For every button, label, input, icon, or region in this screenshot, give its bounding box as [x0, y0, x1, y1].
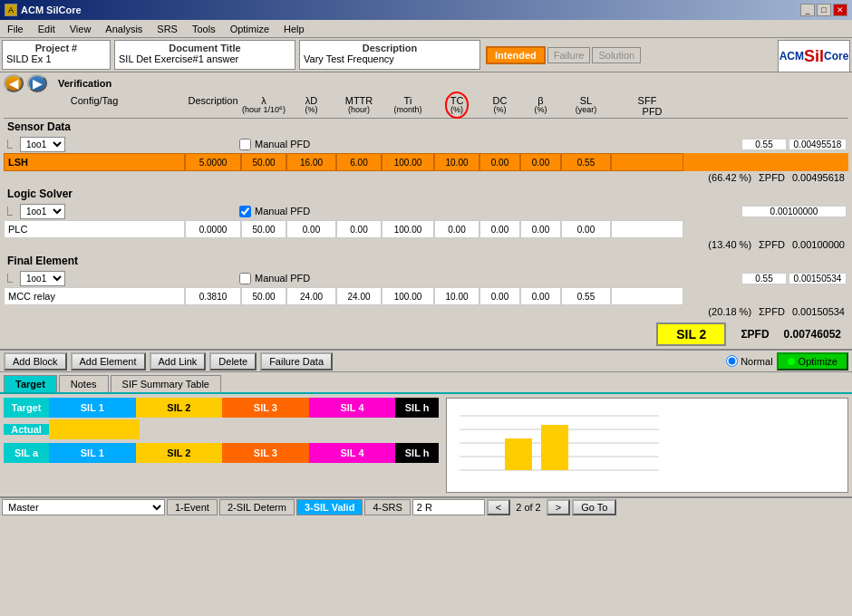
delete-button[interactable]: Delete [209, 352, 257, 371]
sensor-data-row[interactable]: LSH 5.0000 50.00 16.00 6.00 100.00 10.00… [4, 153, 848, 171]
solution-tab[interactable]: Solution [592, 47, 641, 63]
final-data-row[interactable]: MCC relay 0.3810 50.00 24.00 24.00 100.0… [4, 287, 848, 305]
sil-result-row: SIL 2 ΣPFD 0.00746052 [4, 320, 848, 349]
status-input[interactable]: 2 R [412, 499, 485, 515]
final-manual-pfd-checkbox[interactable] [239, 273, 251, 284]
sil1-seg: SIL 1 [49, 398, 136, 418]
actual-bar [49, 419, 140, 439]
logic-title: Logic Solver [4, 186, 848, 202]
sila-label: SIL a [4, 443, 49, 463]
sensor-sff: 0.55 [741, 139, 787, 150]
col-tc: TC (%) [434, 95, 479, 117]
sila-silh: SIL h [395, 443, 439, 463]
silh-seg: SIL h [395, 398, 439, 418]
col-lambda-d: λD(%) [286, 95, 336, 117]
failure-data-button[interactable]: Failure Data [260, 352, 333, 371]
col-ti: Ti(month) [382, 95, 434, 117]
sensor-config-row: 1oo1 Manual PFD 0.55 0.00495518 [4, 135, 848, 153]
logic-config-dropdown[interactable]: 1oo1 [20, 204, 65, 219]
menu-tools[interactable]: Tools [189, 23, 219, 35]
logic-ti: 0.00 [336, 220, 382, 238]
tab-3-sil-valid[interactable]: 3-SIL Valid [296, 499, 363, 515]
logic-sigma-row: (13.40 %) ΣPFD 0.00100000 [4, 238, 848, 251]
goto-button[interactable]: Go To [572, 499, 616, 515]
window-title: ACM SilCore [21, 5, 82, 15]
logic-percent: (13.40 %) [708, 239, 751, 250]
menu-edit[interactable]: Edit [34, 23, 59, 35]
logic-config-row: 1oo1 Manual PFD 0.00100000 [4, 202, 848, 220]
column-headers: Config/Tag Description λ(hour 1/10⁶) λD(… [4, 94, 848, 119]
sensor-sigma-value: 0.00495618 [792, 172, 845, 183]
menu-view[interactable]: View [66, 23, 95, 35]
final-sl: 0.00 [520, 287, 561, 305]
forward-button[interactable]: ▶ [27, 74, 47, 92]
final-pfd: 0.00150534 [789, 273, 847, 284]
close-button[interactable]: ✕ [833, 4, 847, 16]
tab-notes[interactable]: Notes [59, 375, 109, 392]
sila-row: SIL a SIL 1 SIL 2 SIL 3 SIL 4 SIL h [4, 443, 439, 463]
failure-tab[interactable]: Failure [547, 47, 591, 63]
add-link-button[interactable]: Add Link [150, 352, 207, 371]
minimize-button[interactable]: _ [800, 4, 815, 16]
master-dropdown[interactable]: Master [2, 499, 165, 515]
svg-rect-6 [541, 425, 568, 470]
tab-sif-summary[interactable]: SIF Summary Table [111, 375, 221, 392]
nav-right-button[interactable]: > [547, 499, 570, 515]
sila-sil4: SIL 4 [309, 443, 396, 463]
svg-rect-5 [505, 438, 532, 470]
tab-1-event[interactable]: 1-Event [167, 499, 218, 515]
logic-lambdad: 50.00 [241, 220, 286, 238]
title-bar: A ACM SilCore _ □ ✕ [0, 0, 852, 20]
project-value: SILD Ex 1 [6, 53, 106, 64]
sensor-sigma-label: ΣPFD [759, 172, 785, 183]
doc-title-value: SIL Det Exercise#1 answer [119, 53, 291, 64]
sil4-seg: SIL 4 [309, 398, 396, 418]
tab-2-sil-determ[interactable]: 2-SIL Determ [219, 499, 295, 515]
sensor-sl: 0.00 [520, 153, 561, 171]
sila-sil2: SIL 2 [136, 443, 223, 463]
sensor-tc: 100.00 [382, 153, 434, 171]
tab-4-srs[interactable]: 4-SRS [364, 499, 410, 515]
menu-help[interactable]: Help [280, 23, 308, 35]
acm-logo: ACMSilCore [778, 40, 850, 72]
menu-file[interactable]: File [4, 23, 27, 35]
logic-manual-pfd-checkbox[interactable] [239, 206, 251, 217]
sensor-config-dropdown[interactable]: 1oo1 [20, 137, 65, 152]
bottom-toolbar: Add Block Add Element Add Link Delete Fa… [0, 349, 852, 372]
sila-bars: SIL 1 SIL 2 SIL 3 SIL 4 SIL h [49, 443, 439, 463]
main-content: Config/Tag Description λ(hour 1/10⁶) λD(… [0, 94, 852, 349]
nav-row: ◀ ▶ Verification [0, 72, 852, 94]
intended-badge[interactable]: Intended [486, 46, 546, 64]
logic-beta: 0.00 [479, 220, 520, 238]
maximize-button[interactable]: □ [817, 4, 831, 16]
sila-sil1: SIL 1 [49, 443, 136, 463]
menu-analysis[interactable]: Analysis [102, 23, 146, 35]
nav-left-button[interactable]: < [487, 499, 510, 515]
menu-bar: File Edit View Analysis SRS Tools Optimi… [0, 20, 852, 38]
tab-target[interactable]: Target [4, 375, 57, 392]
sensor-mttr: 16.00 [286, 153, 336, 171]
sensor-sigma-row: (66.42 %) ΣPFD 0.00495618 [4, 171, 848, 184]
final-sigma-label: ΣPFD [759, 306, 785, 317]
add-element-button[interactable]: Add Element [71, 352, 146, 371]
add-block-button[interactable]: Add Block [4, 352, 67, 371]
target-row: Target SIL 1 SIL 2 SIL 3 SIL 4 SIL h [4, 398, 439, 418]
logic-dc: 0.00 [434, 220, 479, 238]
logic-sigma-label: ΣPFD [759, 239, 785, 250]
normal-radio[interactable] [726, 355, 738, 367]
back-button[interactable]: ◀ [4, 74, 24, 92]
sensor-manual-pfd-checkbox[interactable] [239, 139, 251, 150]
col-mttr: MTTR(hour) [336, 95, 382, 117]
optimize-button[interactable]: Optimize [777, 352, 848, 371]
final-config-dropdown[interactable]: 1oo1 [20, 271, 65, 286]
logic-lambda: 0.0000 [185, 220, 241, 238]
result-sigma-label: ΣPFD [741, 328, 769, 341]
menu-optimize[interactable]: Optimize [227, 23, 273, 35]
actual-row: Actual [4, 419, 439, 439]
final-sigma-value: 0.00150534 [792, 306, 845, 317]
menu-srs[interactable]: SRS [153, 23, 181, 35]
mini-chart-svg [450, 402, 844, 488]
logic-data-row[interactable]: PLC 0.0000 50.00 0.00 0.00 100.00 0.00 0… [4, 220, 848, 238]
project-label: Project # [6, 43, 106, 53]
result-sigma-value: 0.00746052 [784, 328, 841, 341]
